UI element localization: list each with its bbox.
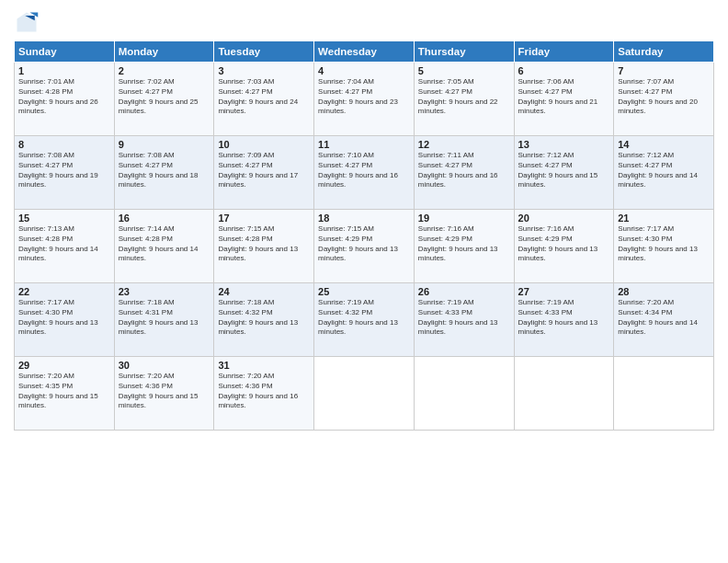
day-number: 7 xyxy=(618,65,710,76)
col-header-wednesday: Wednesday xyxy=(314,41,415,63)
day-info: Sunrise: 7:19 AMSunset: 4:32 PMDaylight:… xyxy=(318,298,410,338)
page: SundayMondayTuesdayWednesdayThursdayFrid… xyxy=(0,0,728,563)
calendar-cell: 13Sunrise: 7:12 AMSunset: 4:27 PMDayligh… xyxy=(514,136,614,210)
day-info: Sunrise: 7:10 AMSunset: 4:27 PMDaylight:… xyxy=(318,151,410,190)
generalblue-logo-icon xyxy=(14,9,40,35)
calendar-cell: 1Sunrise: 7:01 AMSunset: 4:28 PMDaylight… xyxy=(15,63,115,136)
day-number: 13 xyxy=(518,139,610,150)
calendar-cell: 31Sunrise: 7:20 AMSunset: 4:36 PMDayligh… xyxy=(214,357,314,431)
day-info: Sunrise: 7:03 AMSunset: 4:27 PMDaylight:… xyxy=(218,77,310,117)
calendar-cell: 6Sunrise: 7:06 AMSunset: 4:27 PMDaylight… xyxy=(514,63,614,136)
day-info: Sunrise: 7:17 AMSunset: 4:30 PMDaylight:… xyxy=(618,224,710,264)
day-number: 18 xyxy=(318,213,410,224)
calendar-week-row: 8Sunrise: 7:08 AMSunset: 4:27 PMDaylight… xyxy=(15,136,714,210)
day-info: Sunrise: 7:16 AMSunset: 4:29 PMDaylight:… xyxy=(418,224,510,264)
day-number: 16 xyxy=(119,213,210,224)
day-number: 1 xyxy=(18,65,110,76)
day-number: 8 xyxy=(18,139,110,150)
col-header-tuesday: Tuesday xyxy=(214,41,314,63)
calendar-cell xyxy=(514,357,614,431)
day-number: 14 xyxy=(618,139,710,150)
day-info: Sunrise: 7:12 AMSunset: 4:27 PMDaylight:… xyxy=(618,151,710,190)
col-header-thursday: Thursday xyxy=(414,41,514,63)
day-number: 27 xyxy=(518,286,610,297)
day-info: Sunrise: 7:15 AMSunset: 4:29 PMDaylight:… xyxy=(318,224,410,264)
calendar-cell: 12Sunrise: 7:11 AMSunset: 4:27 PMDayligh… xyxy=(414,136,514,210)
calendar-cell: 4Sunrise: 7:04 AMSunset: 4:27 PMDaylight… xyxy=(314,63,415,136)
day-number: 4 xyxy=(318,65,410,76)
col-header-sunday: Sunday xyxy=(15,41,115,63)
col-header-saturday: Saturday xyxy=(614,41,714,63)
day-info: Sunrise: 7:14 AMSunset: 4:28 PMDaylight:… xyxy=(119,224,210,264)
day-number: 21 xyxy=(618,213,710,224)
day-info: Sunrise: 7:15 AMSunset: 4:28 PMDaylight:… xyxy=(218,224,310,264)
day-number: 20 xyxy=(518,213,610,224)
day-number: 11 xyxy=(318,139,410,150)
calendar-cell: 10Sunrise: 7:09 AMSunset: 4:27 PMDayligh… xyxy=(214,136,314,210)
calendar-cell: 7Sunrise: 7:07 AMSunset: 4:27 PMDaylight… xyxy=(614,63,714,136)
logo xyxy=(14,9,43,35)
calendar-cell: 19Sunrise: 7:16 AMSunset: 4:29 PMDayligh… xyxy=(414,210,514,283)
calendar-header-row: SundayMondayTuesdayWednesdayThursdayFrid… xyxy=(15,41,714,63)
day-info: Sunrise: 7:20 AMSunset: 4:36 PMDaylight:… xyxy=(218,372,310,411)
calendar-cell: 2Sunrise: 7:02 AMSunset: 4:27 PMDaylight… xyxy=(114,63,214,136)
day-info: Sunrise: 7:06 AMSunset: 4:27 PMDaylight:… xyxy=(518,77,610,117)
calendar-cell: 27Sunrise: 7:19 AMSunset: 4:33 PMDayligh… xyxy=(514,283,614,357)
calendar-week-row: 1Sunrise: 7:01 AMSunset: 4:28 PMDaylight… xyxy=(15,63,714,136)
day-info: Sunrise: 7:12 AMSunset: 4:27 PMDaylight:… xyxy=(518,151,610,190)
day-info: Sunrise: 7:19 AMSunset: 4:33 PMDaylight:… xyxy=(418,298,510,338)
calendar-cell: 5Sunrise: 7:05 AMSunset: 4:27 PMDaylight… xyxy=(414,63,514,136)
day-info: Sunrise: 7:18 AMSunset: 4:31 PMDaylight:… xyxy=(119,298,210,338)
day-number: 5 xyxy=(418,65,510,76)
day-info: Sunrise: 7:04 AMSunset: 4:27 PMDaylight:… xyxy=(318,77,410,117)
calendar-cell: 15Sunrise: 7:13 AMSunset: 4:28 PMDayligh… xyxy=(15,210,115,283)
col-header-friday: Friday xyxy=(514,41,614,63)
day-number: 28 xyxy=(618,286,710,297)
day-number: 10 xyxy=(218,139,310,150)
day-info: Sunrise: 7:20 AMSunset: 4:35 PMDaylight:… xyxy=(18,372,110,411)
calendar-cell: 8Sunrise: 7:08 AMSunset: 4:27 PMDaylight… xyxy=(15,136,115,210)
calendar-cell: 25Sunrise: 7:19 AMSunset: 4:32 PMDayligh… xyxy=(314,283,415,357)
calendar-cell: 24Sunrise: 7:18 AMSunset: 4:32 PMDayligh… xyxy=(214,283,314,357)
day-number: 23 xyxy=(119,286,210,297)
calendar-cell: 17Sunrise: 7:15 AMSunset: 4:28 PMDayligh… xyxy=(214,210,314,283)
day-info: Sunrise: 7:20 AMSunset: 4:36 PMDaylight:… xyxy=(119,372,210,411)
day-info: Sunrise: 7:17 AMSunset: 4:30 PMDaylight:… xyxy=(18,298,110,338)
day-number: 15 xyxy=(18,213,110,224)
calendar-cell: 21Sunrise: 7:17 AMSunset: 4:30 PMDayligh… xyxy=(614,210,714,283)
day-number: 2 xyxy=(119,65,210,76)
day-number: 29 xyxy=(18,360,110,371)
day-info: Sunrise: 7:18 AMSunset: 4:32 PMDaylight:… xyxy=(218,298,310,338)
col-header-monday: Monday xyxy=(114,41,214,63)
day-number: 9 xyxy=(119,139,210,150)
day-number: 31 xyxy=(218,360,310,371)
day-number: 25 xyxy=(318,286,410,297)
day-number: 6 xyxy=(518,65,610,76)
day-number: 30 xyxy=(119,360,210,371)
day-info: Sunrise: 7:19 AMSunset: 4:33 PMDaylight:… xyxy=(518,298,610,338)
calendar-cell xyxy=(614,357,714,431)
day-number: 19 xyxy=(418,213,510,224)
calendar-cell: 18Sunrise: 7:15 AMSunset: 4:29 PMDayligh… xyxy=(314,210,415,283)
calendar-week-row: 29Sunrise: 7:20 AMSunset: 4:35 PMDayligh… xyxy=(15,357,714,431)
calendar-cell: 16Sunrise: 7:14 AMSunset: 4:28 PMDayligh… xyxy=(114,210,214,283)
day-info: Sunrise: 7:08 AMSunset: 4:27 PMDaylight:… xyxy=(119,151,210,190)
day-number: 17 xyxy=(218,213,310,224)
calendar-cell: 11Sunrise: 7:10 AMSunset: 4:27 PMDayligh… xyxy=(314,136,415,210)
calendar-week-row: 15Sunrise: 7:13 AMSunset: 4:28 PMDayligh… xyxy=(15,210,714,283)
day-number: 22 xyxy=(18,286,110,297)
calendar-cell: 3Sunrise: 7:03 AMSunset: 4:27 PMDaylight… xyxy=(214,63,314,136)
calendar-cell xyxy=(314,357,415,431)
calendar-cell: 22Sunrise: 7:17 AMSunset: 4:30 PMDayligh… xyxy=(15,283,115,357)
calendar-cell: 14Sunrise: 7:12 AMSunset: 4:27 PMDayligh… xyxy=(614,136,714,210)
day-number: 26 xyxy=(418,286,510,297)
day-info: Sunrise: 7:20 AMSunset: 4:34 PMDaylight:… xyxy=(618,298,710,338)
calendar: SundayMondayTuesdayWednesdayThursdayFrid… xyxy=(14,40,714,431)
day-info: Sunrise: 7:08 AMSunset: 4:27 PMDaylight:… xyxy=(18,151,110,190)
calendar-cell: 9Sunrise: 7:08 AMSunset: 4:27 PMDaylight… xyxy=(114,136,214,210)
calendar-cell: 28Sunrise: 7:20 AMSunset: 4:34 PMDayligh… xyxy=(614,283,714,357)
calendar-cell: 30Sunrise: 7:20 AMSunset: 4:36 PMDayligh… xyxy=(114,357,214,431)
day-info: Sunrise: 7:16 AMSunset: 4:29 PMDaylight:… xyxy=(518,224,610,264)
day-number: 12 xyxy=(418,139,510,150)
day-info: Sunrise: 7:11 AMSunset: 4:27 PMDaylight:… xyxy=(418,151,510,190)
